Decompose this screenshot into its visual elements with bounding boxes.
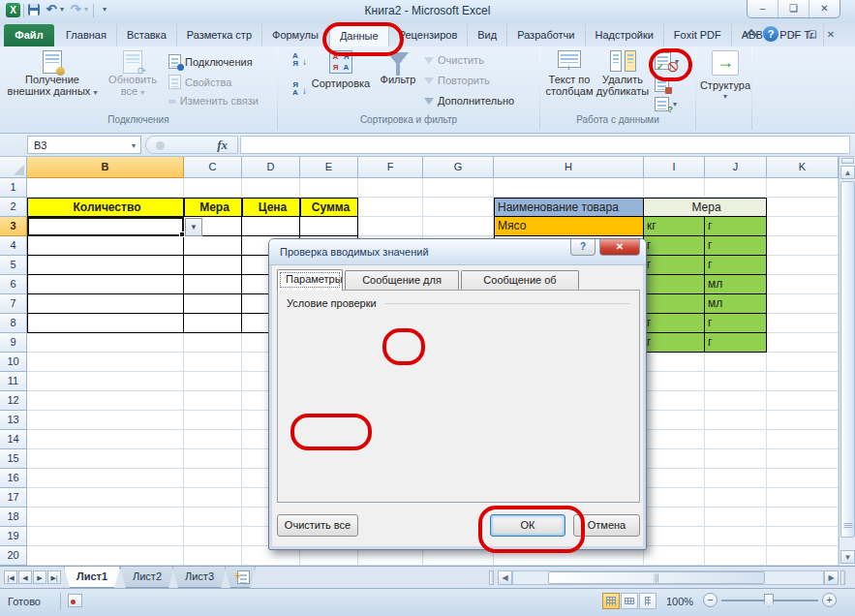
macro-record-icon[interactable] [68, 594, 82, 607]
row-header-5[interactable]: 5 [0, 256, 27, 275]
row-header-3[interactable]: 3 [0, 217, 27, 236]
row-header-11[interactable]: 11 [0, 372, 27, 391]
formula-input[interactable] [240, 136, 850, 154]
restore-button[interactable]: ❏ [779, 0, 809, 17]
cell-C6[interactable] [184, 275, 242, 294]
selected-cell-B3[interactable] [27, 217, 184, 236]
measure1-cell-4[interactable]: г [644, 236, 705, 256]
tab-view[interactable]: Вид [468, 24, 507, 46]
view-page-layout-button[interactable] [621, 593, 638, 609]
split-handle[interactable] [841, 158, 854, 164]
workbook-close-icon[interactable]: ✕ [823, 27, 839, 43]
tab-scroll-splitter[interactable] [489, 570, 494, 585]
tab-page-layout[interactable]: Разметка стр [177, 24, 262, 46]
minimize-button[interactable]: – [748, 0, 779, 17]
row-header-12[interactable]: 12 [0, 391, 27, 411]
measure2-cell-3[interactable]: г [705, 217, 767, 236]
properties-item[interactable]: Свойства [168, 75, 231, 89]
zoom-in-button[interactable]: + [822, 593, 837, 607]
reapply-item[interactable]: Повторить [424, 75, 490, 86]
measure2-cell-8[interactable]: г [705, 314, 767, 333]
insert-sheet-tab[interactable]: ✳ [225, 567, 256, 588]
column-header-C[interactable]: C [184, 157, 242, 178]
help-icon[interactable]: ? [763, 26, 779, 42]
measure1-cell-3[interactable]: кг [644, 217, 705, 236]
left-table-header-4[interactable]: Сумма [300, 198, 358, 217]
product-name-header[interactable]: Наименование товара [494, 198, 644, 217]
undo-button[interactable]: ↶ [44, 2, 59, 17]
sort-ascending-button[interactable]: АЯ↓ [284, 52, 307, 76]
redo-button[interactable]: ↷ [68, 2, 83, 17]
row-header-18[interactable]: 18 [0, 508, 27, 527]
dialog-tab-settings[interactable]: Параметры [277, 269, 343, 291]
what-if-analysis-button[interactable]: ? ▾ [655, 97, 677, 111]
ok-button[interactable]: ОК [490, 514, 565, 537]
select-all-corner[interactable] [0, 157, 27, 178]
first-sheet-button[interactable]: |◀ [4, 570, 17, 584]
view-page-break-button[interactable] [639, 593, 657, 609]
column-header-H[interactable]: H [494, 157, 644, 178]
sort-button[interactable]: АЯЯА Сортировка [310, 50, 372, 112]
measure2-cell-9[interactable]: г [705, 333, 767, 353]
refresh-all-button[interactable]: ⟳ Обновить все ▾ [103, 50, 163, 112]
column-header-F[interactable]: F [358, 157, 423, 178]
tab-insert[interactable]: Вставка [117, 24, 177, 46]
row-header-7[interactable]: 7 [0, 294, 27, 314]
connections-item[interactable]: Подключения [168, 54, 253, 69]
row-header-19[interactable]: 19 [0, 527, 27, 546]
tab-addins[interactable]: Надстройки [586, 24, 664, 46]
cell-B4[interactable] [27, 236, 184, 256]
row-header-9[interactable]: 9 [0, 333, 27, 353]
prev-sheet-button[interactable]: ◀ [18, 570, 32, 584]
name-box[interactable]: B3 ▾ [27, 136, 141, 154]
cell-C8[interactable] [184, 314, 242, 333]
qat-customize-icon[interactable]: ▾ [97, 2, 112, 17]
cell-B6[interactable] [27, 275, 184, 294]
zoom-out-button[interactable]: − [703, 593, 718, 607]
data-validation-button[interactable]: ⃠✓ ▾ [655, 52, 679, 70]
row-header-8[interactable]: 8 [0, 314, 27, 333]
workbook-minimize-icon[interactable]: – [786, 27, 802, 43]
hscroll-splitter[interactable] [840, 570, 845, 585]
dialog-close-button[interactable]: ✕ [599, 239, 640, 256]
close-button[interactable]: ✕ [809, 0, 840, 17]
advanced-filter-item[interactable]: Дополнительно [424, 95, 514, 107]
tab-review[interactable]: Рецензиров [389, 24, 469, 46]
row-header-1[interactable]: 1 [0, 178, 27, 198]
undo-dropdown-icon[interactable]: ▾ [58, 2, 66, 17]
sheet-tab-list1[interactable]: Лист1 [64, 567, 120, 588]
dialog-tab-error-alert[interactable]: Сообщение об ошибке [461, 270, 579, 290]
cancel-button[interactable]: Отмена [573, 514, 640, 537]
cell-B8[interactable] [27, 314, 184, 333]
row-header-4[interactable]: 4 [0, 236, 27, 256]
row-header-6[interactable]: 6 [0, 275, 27, 294]
tab-home[interactable]: Главная [56, 24, 117, 46]
tab-formulas[interactable]: Формулы [262, 24, 329, 46]
column-header-K[interactable]: K [767, 157, 839, 178]
cell-dropdown-button[interactable]: ▼ [185, 218, 202, 236]
zoom-level[interactable]: 100% [666, 596, 693, 607]
clear-filter-item[interactable]: Очистить [424, 54, 484, 66]
save-button[interactable] [26, 2, 42, 17]
last-sheet-button[interactable]: ▶| [47, 570, 61, 584]
measure1-cell-9[interactable]: г [644, 333, 705, 353]
left-table-header-1[interactable]: Количество [27, 198, 184, 217]
measure1-cell-6[interactable] [644, 275, 705, 294]
horizontal-scroll-track[interactable] [512, 570, 824, 585]
scroll-up-button[interactable]: ▲ [840, 166, 855, 179]
tab-developer[interactable]: Разработчи [507, 24, 585, 46]
remove-duplicates-button[interactable]: Удалить дубликаты [596, 50, 649, 112]
row-header-17[interactable]: 17 [0, 488, 27, 508]
excel-app-icon[interactable]: X [6, 3, 20, 17]
column-header-D[interactable]: D [242, 157, 300, 178]
column-header-E[interactable]: E [300, 157, 358, 178]
dialog-help-button[interactable]: ? [570, 239, 595, 256]
get-external-data-button[interactable]: Получение внешних данных ▾ [6, 50, 99, 112]
collapse-ribbon-icon[interactable] [744, 27, 759, 43]
text-to-columns-button[interactable]: ↓ Текст по столбцам [544, 50, 595, 112]
redo-dropdown-icon[interactable]: ▾ [82, 2, 90, 17]
row-header-14[interactable]: 14 [0, 430, 27, 449]
cell-E3[interactable] [300, 217, 358, 236]
tab-foxit-pdf[interactable]: Foxit PDF [664, 24, 732, 46]
column-header-B[interactable]: B [27, 157, 184, 178]
